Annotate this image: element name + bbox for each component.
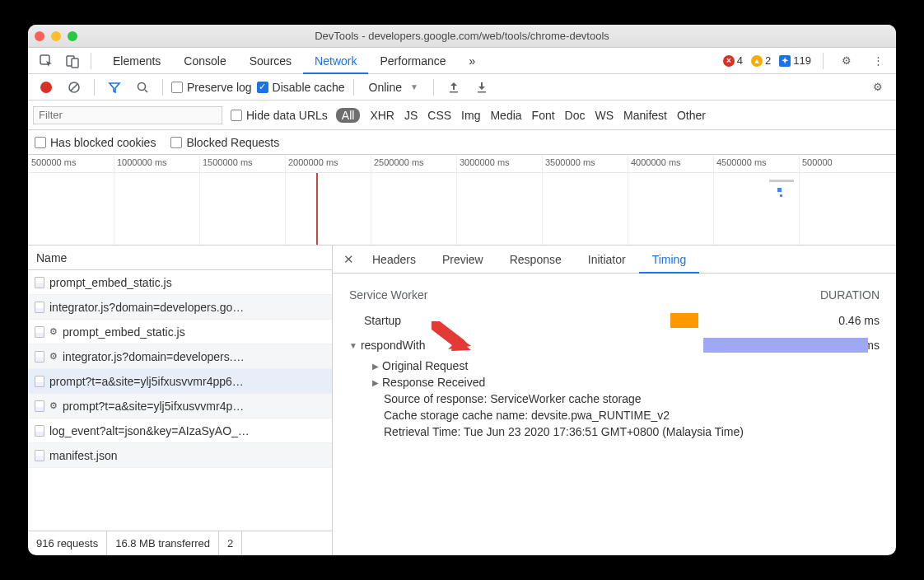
status-requests: 916 requests [28, 531, 107, 555]
request-name: integrator.js?domain=developers.go… [49, 301, 244, 314]
gear-icon[interactable]: ⚙ [835, 49, 858, 72]
request-row[interactable]: ⚙prompt_embed_static.js [28, 320, 332, 344]
tab-console[interactable]: Console [172, 48, 237, 74]
gear-icon: ⚙ [49, 351, 58, 362]
titlebar: DevTools - developers.google.com/web/too… [28, 25, 896, 48]
timing-row-respondwith[interactable]: ▼respondWith 3.24 ms [349, 333, 880, 358]
tabstrip-right: ×4 ▲2 ✦119 ⚙ ⋮ [723, 49, 889, 72]
hide-data-urls-checkbox[interactable]: Hide data URLs [231, 109, 328, 122]
upload-har-icon[interactable] [442, 76, 465, 99]
download-har-icon[interactable] [470, 76, 493, 99]
request-list-pane: Name prompt_embed_static.jsintegrator.js… [28, 246, 333, 555]
kebab-icon[interactable]: ⋮ [866, 49, 889, 72]
tab-elements[interactable]: Elements [101, 48, 172, 74]
status-bar: 916 requests 16.8 MB transferred 2 [28, 531, 332, 555]
filter-other[interactable]: Other [677, 109, 706, 122]
timing-row-startup: Startup 0.46 ms [349, 308, 880, 333]
resource-type-filters: All XHR JS CSS Img Media Font Doc WS Man… [336, 108, 706, 123]
filter-js[interactable]: JS [404, 109, 418, 122]
svg-point-4 [138, 82, 146, 90]
tree-response-received[interactable]: ▶Response Received [349, 374, 880, 391]
filter-input[interactable] [33, 106, 222, 124]
error-count[interactable]: ×4 [723, 54, 743, 67]
throttling-select[interactable]: Online ▼ [362, 78, 425, 96]
filter-all[interactable]: All [336, 108, 361, 123]
detail-tabs: ✕ Headers Preview Response Initiator Tim… [333, 246, 896, 274]
request-name: prompt?t=a&site=ylj5ifxusvvmr4pp6… [49, 375, 244, 388]
detail-tab-timing[interactable]: Timing [639, 246, 700, 274]
maximize-icon[interactable] [68, 31, 77, 41]
blocked-requests-checkbox[interactable]: Blocked Requests [170, 136, 279, 149]
filter-ws[interactable]: WS [595, 109, 614, 122]
column-header-name[interactable]: Name [28, 246, 332, 270]
request-row[interactable]: prompt_embed_static.js [28, 270, 332, 295]
request-name: integrator.js?domain=developers.… [63, 350, 245, 363]
timing-bar-startup [670, 313, 698, 328]
request-row[interactable]: integrator.js?domain=developers.go… [28, 295, 332, 320]
minimize-icon[interactable] [51, 31, 61, 41]
disable-cache-checkbox[interactable]: ✓Disable cache [257, 81, 345, 94]
separator [91, 53, 91, 69]
detail-tab-initiator[interactable]: Initiator [575, 246, 639, 274]
timeline-events [777, 188, 782, 192]
panel-tabs: Elements Console Sources Network Perform… [101, 48, 487, 74]
timing-info-source: Source of response: ServiceWorker cache … [349, 391, 880, 407]
timing-duration-label: DURATION [820, 288, 880, 302]
clear-icon[interactable] [63, 76, 86, 99]
timeline-marker [316, 173, 318, 245]
filter-xhr[interactable]: XHR [370, 109, 394, 122]
has-blocked-cookies-checkbox[interactable]: Has blocked cookies [35, 136, 156, 149]
network-toolbar: Preserve log ✓Disable cache Online ▼ ⚙ [28, 74, 896, 101]
request-row[interactable]: manifest.json [28, 443, 332, 468]
detail-tab-headers[interactable]: Headers [359, 246, 429, 274]
request-row[interactable]: log_event?alt=json&key=AIzaSyAO_… [28, 419, 332, 443]
file-icon [35, 351, 44, 362]
settings-gear-icon[interactable]: ⚙ [866, 76, 889, 99]
filter-font[interactable]: Font [532, 109, 555, 122]
file-icon [35, 277, 44, 288]
filter-img[interactable]: Img [461, 109, 480, 122]
status-cutoff: 2 [219, 531, 242, 555]
tab-network[interactable]: Network [303, 48, 368, 74]
request-name: log_event?alt=json&key=AIzaSyAO_… [49, 424, 250, 437]
window-controls [35, 31, 77, 41]
filter-row: Hide data URLs All XHR JS CSS Img Media … [28, 101, 896, 130]
filter-css[interactable]: CSS [427, 109, 451, 122]
close-detail-button[interactable]: ✕ [338, 252, 359, 267]
request-row[interactable]: ⚙prompt?t=a&site=ylj5ifxusvvmr4p… [28, 394, 332, 419]
svg-rect-2 [72, 58, 78, 68]
timeline-events [780, 194, 782, 197]
request-row[interactable]: prompt?t=a&site=ylj5ifxusvvmr4pp6… [28, 369, 332, 394]
warning-count[interactable]: ▲2 [751, 54, 771, 67]
file-icon [35, 376, 44, 387]
filter-icon[interactable] [103, 76, 126, 99]
request-list[interactable]: prompt_embed_static.jsintegrator.js?doma… [28, 270, 332, 531]
timeline-overview[interactable]: 500000 ms 1000000 ms 1500000 ms 2000000 … [28, 155, 896, 246]
close-icon[interactable] [35, 31, 44, 41]
detail-tab-preview[interactable]: Preview [429, 246, 497, 274]
preserve-log-checkbox[interactable]: Preserve log [171, 81, 252, 94]
filter-media[interactable]: Media [490, 109, 521, 122]
inspect-icon[interactable] [35, 49, 58, 72]
tab-performance[interactable]: Performance [368, 48, 457, 74]
tab-sources[interactable]: Sources [238, 48, 303, 74]
request-name: manifest.json [49, 449, 117, 462]
filter-row-2: Has blocked cookies Blocked Requests [28, 130, 896, 155]
file-icon [35, 400, 44, 412]
request-row[interactable]: ⚙integrator.js?domain=developers.… [28, 344, 332, 369]
detail-tab-response[interactable]: Response [497, 246, 575, 274]
tab-more[interactable]: » [458, 48, 488, 74]
request-name: prompt_embed_static.js [49, 276, 172, 289]
timing-panel: Service Worker DURATION Startup 0.46 ms … [333, 274, 896, 555]
search-icon[interactable] [131, 76, 154, 99]
tree-original-request[interactable]: ▶Original Request [349, 358, 880, 374]
filter-manifest[interactable]: Manifest [623, 109, 667, 122]
message-count[interactable]: ✦119 [779, 54, 811, 67]
record-button[interactable] [35, 76, 58, 99]
request-name: prompt?t=a&site=ylj5ifxusvvmr4p… [63, 400, 244, 413]
chevron-down-icon: ▼ [410, 82, 418, 91]
split-pane: Name prompt_embed_static.jsintegrator.js… [28, 246, 896, 555]
device-toggle-icon[interactable] [61, 49, 84, 72]
filter-doc[interactable]: Doc [565, 109, 586, 122]
separator [162, 79, 163, 96]
